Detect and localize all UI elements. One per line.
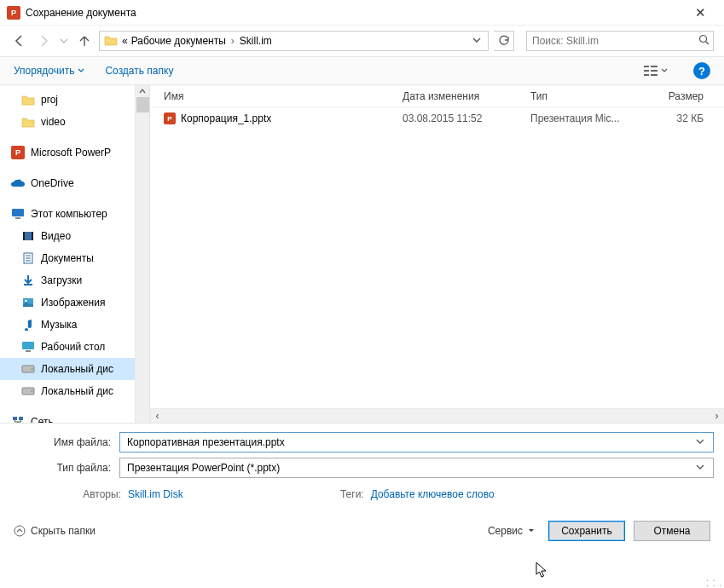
file-size: 32 КБ	[658, 112, 724, 124]
address-prefix: «	[122, 35, 128, 47]
titlebar: P Сохранение документа ✕	[0, 0, 724, 26]
hide-folders-button[interactable]: Скрыть папки	[14, 525, 96, 537]
pptx-icon: P	[164, 112, 176, 124]
search-icon[interactable]	[698, 34, 710, 48]
toolbar: Упорядочить Создать папку ?	[0, 56, 724, 85]
view-mode-button[interactable]	[639, 66, 673, 76]
svg-rect-2	[644, 66, 649, 67]
folder-icon	[20, 114, 36, 130]
service-button[interactable]: Сервис	[488, 525, 535, 537]
svg-rect-12	[32, 232, 33, 240]
search-input[interactable]	[530, 34, 698, 48]
cancel-button[interactable]: Отмена	[634, 521, 710, 541]
sidebar-item[interactable]: proj	[0, 89, 149, 111]
sidebar-item-label: Microsoft PowerP	[31, 147, 111, 159]
download-icon	[20, 273, 36, 288]
address-bar[interactable]: « Рабочие документы › Skill.im	[99, 31, 489, 51]
chevron-right-icon[interactable]: ›	[229, 35, 236, 47]
svg-rect-6	[644, 74, 649, 76]
file-date: 03.08.2015 11:52	[403, 112, 530, 124]
filetype-input[interactable]	[125, 461, 692, 475]
scrollbar-horizontal[interactable]: ‹ ›	[150, 408, 724, 423]
sidebar-item-label: proj	[41, 94, 58, 106]
svg-rect-7	[651, 74, 657, 76]
sidebar-item-label: Рабочий стол	[41, 341, 105, 353]
filename-input[interactable]	[125, 435, 692, 449]
svg-point-0	[700, 36, 707, 43]
images-icon	[20, 295, 36, 310]
svg-rect-20	[22, 342, 34, 349]
sidebar-item-label: Загрузки	[41, 274, 82, 286]
nav-row: « Рабочие документы › Skill.im	[0, 26, 724, 56]
save-button[interactable]: Сохранить	[548, 521, 625, 541]
app-icon: P	[7, 6, 20, 20]
network-icon	[10, 414, 26, 423]
chevron-down-icon[interactable]	[692, 462, 708, 474]
scrollbar-thumb[interactable]	[136, 97, 149, 112]
authors-label: Авторы:	[67, 488, 128, 500]
svg-rect-26	[13, 417, 17, 420]
svg-point-29	[14, 526, 25, 536]
sidebar-item[interactable]: OneDrive	[0, 172, 149, 194]
sidebar-item[interactable]: Видео	[0, 225, 149, 247]
file-type: Презентация Mic...	[530, 112, 658, 124]
svg-rect-21	[26, 350, 31, 352]
authors-value[interactable]: Skill.im Disk	[128, 488, 183, 500]
col-name[interactable]: Имя	[164, 90, 403, 102]
col-date[interactable]: Дата изменения	[403, 90, 530, 102]
filename-field[interactable]	[119, 432, 714, 453]
sidebar-item[interactable]: Этот компьютер	[0, 203, 149, 225]
sidebar: projvideoPMicrosoft PowerPOneDriveЭтот к…	[0, 85, 150, 423]
file-row[interactable]: PКорпорация_1.pptx03.08.2015 11:52Презен…	[150, 107, 724, 130]
docs-icon	[20, 251, 36, 266]
folder-icon	[103, 34, 119, 49]
history-dropdown-icon[interactable]	[58, 32, 70, 50]
sidebar-item[interactable]: Документы	[0, 247, 149, 269]
pc-icon	[10, 206, 26, 222]
svg-point-25	[32, 390, 33, 392]
sidebar-item[interactable]: Локальный дис	[0, 380, 149, 402]
music-icon	[20, 317, 36, 332]
address-dropdown-icon[interactable]	[469, 35, 484, 47]
svg-rect-8	[12, 209, 24, 216]
filetype-field[interactable]	[119, 458, 714, 478]
new-folder-button[interactable]: Создать папку	[105, 65, 173, 77]
chevron-down-icon[interactable]	[692, 436, 708, 448]
help-icon[interactable]: ?	[693, 62, 710, 79]
tags-value[interactable]: Добавьте ключевое слово	[371, 488, 495, 500]
chevron-right-icon[interactable]: ›	[710, 410, 724, 422]
svg-rect-9	[15, 217, 20, 219]
sidebar-item[interactable]: video	[0, 111, 149, 133]
chevron-up-circle-icon	[14, 525, 26, 537]
col-type[interactable]: Тип	[530, 90, 658, 102]
sidebar-item[interactable]: Сеть	[0, 411, 149, 423]
up-icon[interactable]	[75, 32, 94, 50]
organize-button[interactable]: Упорядочить	[14, 65, 84, 77]
sidebar-item[interactable]: Музыка	[0, 314, 149, 336]
refresh-icon[interactable]	[494, 31, 514, 51]
chevron-up-icon[interactable]	[138, 87, 147, 95]
form-area: Имя файла: Тип файла: Авторы: Skill.im D…	[0, 423, 724, 509]
breadcrumb[interactable]: Рабочие документы	[131, 35, 226, 47]
scrollbar-vertical[interactable]	[135, 85, 149, 423]
sidebar-item-label: Локальный дис	[41, 363, 113, 375]
file-name: Корпорация_1.pptx	[181, 112, 271, 124]
resize-grip-icon[interactable]: . .. . .	[706, 576, 722, 586]
sidebar-item[interactable]: Изображения	[0, 291, 149, 314]
close-icon[interactable]: ✕	[683, 5, 717, 20]
sidebar-item[interactable]: Рабочий стол	[0, 336, 149, 358]
svg-rect-4	[644, 70, 649, 72]
col-size[interactable]: Размер	[658, 90, 724, 102]
sidebar-item[interactable]: Локальный дис	[0, 358, 149, 380]
breadcrumb[interactable]: Skill.im	[240, 35, 272, 47]
sidebar-item-label: Музыка	[41, 319, 77, 331]
sidebar-item[interactable]: Загрузки	[0, 269, 149, 291]
chevron-left-icon[interactable]: ‹	[150, 410, 165, 422]
sidebar-item[interactable]: PMicrosoft PowerP	[0, 141, 149, 164]
search-box[interactable]	[526, 31, 714, 51]
sidebar-item-label: Видео	[41, 230, 71, 242]
svg-rect-27	[19, 417, 23, 420]
desktop-icon	[20, 339, 36, 355]
chevron-down-icon	[528, 527, 535, 534]
back-icon[interactable]	[10, 32, 29, 50]
